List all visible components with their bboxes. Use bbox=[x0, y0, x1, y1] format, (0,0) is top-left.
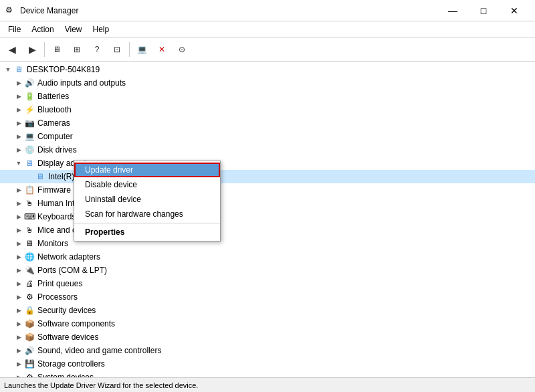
item-label: Computer bbox=[37, 132, 73, 141]
list-item[interactable]: ▶ ⚙ Processors bbox=[0, 290, 535, 304]
software-components-icon: 📦 bbox=[24, 318, 35, 329]
expand-icon: ▶ bbox=[13, 278, 24, 289]
toolbar-scan[interactable]: ⊙ bbox=[173, 40, 191, 59]
list-item[interactable]: ▶ 💿 Disk drives bbox=[0, 143, 535, 157]
toolbar-expand[interactable]: ⊞ bbox=[68, 40, 86, 59]
expand-icon: ▶ bbox=[13, 318, 24, 329]
list-item[interactable]: ▶ 🔋 Batteries bbox=[0, 90, 535, 103]
list-item[interactable]: ▶ 📦 Software components bbox=[0, 317, 535, 330]
ctx-update-driver[interactable]: Update driver bbox=[74, 163, 220, 177]
toolbar-back[interactable]: ◀ bbox=[3, 40, 21, 59]
item-label: Keyboards bbox=[37, 212, 76, 221]
expand-icon: ▶ bbox=[13, 265, 24, 276]
window-controls: — □ ✕ bbox=[437, 1, 530, 20]
context-menu-separator bbox=[74, 223, 220, 223]
list-item[interactable]: ▶ 💻 Computer bbox=[0, 130, 535, 143]
menu-item-action[interactable]: Action bbox=[26, 23, 59, 35]
item-label: Bluetooth bbox=[37, 105, 72, 114]
menu-item-view[interactable]: View bbox=[60, 23, 88, 35]
expand-icon: ▶ bbox=[13, 332, 24, 342]
bluetooth-icon: ⚡ bbox=[24, 104, 35, 115]
keyboard-icon: ⌨ bbox=[24, 211, 35, 222]
expand-icon: ▶ bbox=[13, 104, 24, 115]
print-icon: 🖨 bbox=[24, 278, 35, 289]
item-label: Firmware bbox=[37, 185, 71, 195]
list-item[interactable]: ▶ 💾 Storage controllers bbox=[0, 357, 535, 371]
root-expand-icon: ▼ bbox=[3, 64, 13, 75]
item-label: System devices bbox=[37, 373, 94, 377]
expand-icon: ▶ bbox=[13, 78, 24, 88]
item-label: Security devices bbox=[37, 306, 96, 315]
item-label: Batteries bbox=[37, 92, 69, 101]
storage-icon: 💾 bbox=[24, 359, 35, 369]
status-bar: Launches the Update Driver Wizard for th… bbox=[0, 377, 535, 392]
firmware-icon: 📋 bbox=[24, 185, 35, 195]
expand-icon: ▶ bbox=[13, 131, 24, 142]
title-bar: ⚙ Device Manager — □ ✕ bbox=[0, 0, 535, 21]
list-item[interactable]: ▶ 🔊 Sound, video and game controllers bbox=[0, 344, 535, 357]
cameras-icon: 📷 bbox=[24, 118, 35, 128]
item-label: Network adapters bbox=[37, 252, 100, 262]
menu-bar: FileActionViewHelp bbox=[0, 21, 535, 37]
tree-root[interactable]: ▼ 🖥 DESKTOP-504K819 bbox=[0, 63, 535, 76]
toolbar-separator-2 bbox=[129, 42, 130, 57]
toolbar-properties[interactable]: 🖥 bbox=[47, 40, 66, 59]
status-text: Launches the Update Driver Wizard for th… bbox=[4, 381, 198, 389]
network-icon: 🌐 bbox=[24, 252, 35, 262]
list-item[interactable]: ▶ 🔊 Audio inputs and outputs bbox=[0, 76, 535, 90]
ctx-scan-hardware[interactable]: Scan for hardware changes bbox=[74, 207, 220, 221]
app-icon: ⚙ bbox=[5, 5, 16, 16]
toolbar-view[interactable]: ⊡ bbox=[108, 40, 126, 59]
toolbar-computer[interactable]: 💻 bbox=[132, 40, 151, 59]
expand-icon: ▶ bbox=[13, 305, 24, 316]
item-label: Print queues bbox=[37, 279, 82, 288]
list-item[interactable]: ▶ 🔒 Security devices bbox=[0, 304, 535, 317]
minimize-button[interactable]: — bbox=[437, 1, 468, 20]
expand-icon: ▶ bbox=[13, 211, 24, 222]
item-label: Software devices bbox=[37, 332, 98, 342]
item-label: Cameras bbox=[37, 118, 70, 128]
close-button[interactable]: ✕ bbox=[499, 1, 530, 20]
ctx-uninstall-device[interactable]: Uninstall device bbox=[74, 192, 220, 207]
window-title: Device Manager bbox=[20, 6, 78, 15]
toolbar-help[interactable]: ? bbox=[88, 40, 106, 59]
sound-icon: 🔊 bbox=[24, 345, 35, 356]
toolbar-forward[interactable]: ▶ bbox=[23, 40, 41, 59]
computer-icon: 💻 bbox=[24, 131, 35, 142]
expand-icon: ▶ bbox=[13, 345, 24, 356]
ctx-disable-device[interactable]: Disable device bbox=[74, 177, 220, 192]
device-tree[interactable]: ▼ 🖥 DESKTOP-504K819 ▶ 🔊 Audio inputs and… bbox=[0, 62, 535, 377]
expand-icon: ▶ bbox=[13, 292, 24, 302]
list-item[interactable]: ▶ 🌐 Network adapters bbox=[0, 250, 535, 264]
context-menu: Update driver Disable device Uninstall d… bbox=[74, 161, 221, 241]
item-label: Audio inputs and outputs bbox=[37, 78, 126, 88]
toolbar: ◀ ▶ 🖥 ⊞ ? ⊡ 💻 ✕ ⊙ bbox=[0, 37, 535, 62]
menu-item-help[interactable]: Help bbox=[88, 23, 115, 35]
expand-icon: ▶ bbox=[13, 252, 24, 262]
list-item[interactable]: ▶ ⚙ System devices bbox=[0, 371, 535, 377]
list-item[interactable]: ▶ 🔌 Ports (COM & LPT) bbox=[0, 264, 535, 277]
list-item[interactable]: ▶ 📦 Software devices bbox=[0, 330, 535, 344]
display-icon: 🖥 bbox=[24, 158, 35, 169]
main-panel: ▼ 🖥 DESKTOP-504K819 ▶ 🔊 Audio inputs and… bbox=[0, 62, 535, 377]
processor-icon: ⚙ bbox=[24, 292, 35, 302]
intel-icon: 🖥 bbox=[35, 171, 45, 182]
toolbar-separator-1 bbox=[44, 42, 45, 57]
title-bar-left: ⚙ Device Manager bbox=[5, 5, 78, 16]
item-label: Ports (COM & LPT) bbox=[37, 266, 107, 275]
maximize-button[interactable]: □ bbox=[468, 1, 499, 20]
toolbar-remove[interactable]: ✕ bbox=[152, 40, 171, 59]
hid-icon: 🖱 bbox=[24, 198, 35, 209]
menu-item-file[interactable]: File bbox=[3, 23, 26, 35]
expand-icon: ▼ bbox=[13, 158, 24, 169]
root-label: DESKTOP-504K819 bbox=[27, 65, 100, 74]
item-label: Storage controllers bbox=[37, 359, 105, 369]
list-item[interactable]: ▶ ⚡ Bluetooth bbox=[0, 103, 535, 116]
computer-icon: 🖥 bbox=[13, 64, 24, 75]
ctx-properties[interactable]: Properties bbox=[74, 225, 220, 239]
expand-icon bbox=[24, 171, 35, 182]
expand-icon: ▶ bbox=[13, 225, 24, 235]
list-item[interactable]: ▶ 🖨 Print queues bbox=[0, 277, 535, 290]
batteries-icon: 🔋 bbox=[24, 91, 35, 102]
list-item[interactable]: ▶ 📷 Cameras bbox=[0, 116, 535, 130]
